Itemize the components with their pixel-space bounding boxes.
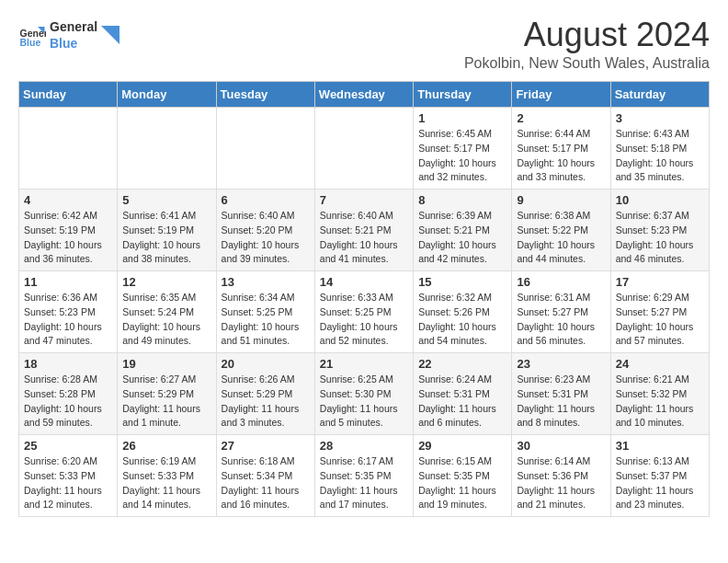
page-header: General Blue General Blue August 2024 Po…	[18, 18, 710, 72]
day-info: Sunrise: 6:31 AM Sunset: 5:27 PM Dayligh…	[517, 291, 605, 349]
day-number: 4	[24, 193, 112, 207]
day-info: Sunrise: 6:13 AM Sunset: 5:37 PM Dayligh…	[616, 454, 704, 512]
calendar-cell: 3Sunrise: 6:43 AM Sunset: 5:18 PM Daylig…	[610, 108, 709, 190]
calendar-cell: 28Sunrise: 6:17 AM Sunset: 5:35 PM Dayli…	[314, 435, 413, 517]
calendar-cell: 20Sunrise: 6:26 AM Sunset: 5:29 PM Dayli…	[216, 353, 314, 435]
calendar-cell: 12Sunrise: 6:35 AM Sunset: 5:24 PM Dayli…	[118, 271, 216, 353]
day-number: 19	[122, 357, 210, 371]
calendar-header: SundayMondayTuesdayWednesdayThursdayFrid…	[19, 82, 710, 108]
day-number: 17	[616, 275, 704, 289]
day-number: 12	[122, 275, 210, 289]
calendar-cell: 10Sunrise: 6:37 AM Sunset: 5:23 PM Dayli…	[610, 190, 709, 271]
day-number: 18	[24, 357, 112, 371]
calendar-cell: 27Sunrise: 6:18 AM Sunset: 5:34 PM Dayli…	[216, 435, 314, 517]
calendar-cell: 17Sunrise: 6:29 AM Sunset: 5:27 PM Dayli…	[610, 271, 709, 353]
calendar-cell: 22Sunrise: 6:24 AM Sunset: 5:31 PM Dayli…	[414, 353, 512, 435]
day-number: 9	[517, 193, 605, 207]
day-info: Sunrise: 6:37 AM Sunset: 5:23 PM Dayligh…	[616, 209, 704, 267]
day-number: 13	[222, 275, 310, 289]
calendar-cell	[216, 108, 314, 190]
calendar-cell: 6Sunrise: 6:40 AM Sunset: 5:20 PM Daylig…	[216, 190, 314, 271]
day-info: Sunrise: 6:32 AM Sunset: 5:26 PM Dayligh…	[418, 291, 506, 349]
calendar-week-2: 4Sunrise: 6:42 AM Sunset: 5:19 PM Daylig…	[19, 190, 710, 271]
day-info: Sunrise: 6:29 AM Sunset: 5:27 PM Dayligh…	[616, 291, 704, 349]
day-info: Sunrise: 6:42 AM Sunset: 5:19 PM Dayligh…	[24, 209, 112, 267]
day-info: Sunrise: 6:27 AM Sunset: 5:29 PM Dayligh…	[122, 373, 210, 431]
calendar-cell: 4Sunrise: 6:42 AM Sunset: 5:19 PM Daylig…	[19, 190, 118, 271]
title-block: August 2024 Pokolbin, New South Wales, A…	[464, 18, 710, 72]
calendar-cell: 24Sunrise: 6:21 AM Sunset: 5:32 PM Dayli…	[610, 353, 709, 435]
calendar-cell: 30Sunrise: 6:14 AM Sunset: 5:36 PM Dayli…	[512, 435, 610, 517]
day-number: 1	[418, 111, 506, 125]
day-header-thursday: Thursday	[414, 82, 512, 108]
day-info: Sunrise: 6:38 AM Sunset: 5:22 PM Dayligh…	[517, 209, 605, 267]
calendar-cell: 23Sunrise: 6:23 AM Sunset: 5:31 PM Dayli…	[512, 353, 610, 435]
day-header-friday: Friday	[512, 82, 610, 108]
day-info: Sunrise: 6:43 AM Sunset: 5:18 PM Dayligh…	[616, 127, 704, 185]
calendar-week-1: 1Sunrise: 6:45 AM Sunset: 5:17 PM Daylig…	[19, 108, 710, 190]
svg-marker-3	[101, 26, 119, 44]
day-number: 26	[122, 439, 210, 453]
calendar-cell	[19, 108, 118, 190]
calendar-cell: 19Sunrise: 6:27 AM Sunset: 5:29 PM Dayli…	[118, 353, 216, 435]
calendar-cell: 9Sunrise: 6:38 AM Sunset: 5:22 PM Daylig…	[512, 190, 610, 271]
day-number: 31	[616, 439, 704, 453]
calendar-week-3: 11Sunrise: 6:36 AM Sunset: 5:23 PM Dayli…	[19, 271, 710, 353]
day-header-monday: Monday	[118, 82, 216, 108]
calendar-cell: 2Sunrise: 6:44 AM Sunset: 5:17 PM Daylig…	[512, 108, 610, 190]
day-info: Sunrise: 6:33 AM Sunset: 5:25 PM Dayligh…	[320, 291, 408, 349]
day-info: Sunrise: 6:36 AM Sunset: 5:23 PM Dayligh…	[24, 291, 112, 349]
calendar-week-5: 25Sunrise: 6:20 AM Sunset: 5:33 PM Dayli…	[19, 435, 710, 517]
calendar-cell: 5Sunrise: 6:41 AM Sunset: 5:19 PM Daylig…	[118, 190, 216, 271]
day-number: 30	[517, 439, 605, 453]
day-number: 21	[320, 357, 408, 371]
day-info: Sunrise: 6:18 AM Sunset: 5:34 PM Dayligh…	[222, 454, 310, 512]
day-info: Sunrise: 6:23 AM Sunset: 5:31 PM Dayligh…	[517, 373, 605, 431]
day-number: 25	[24, 439, 112, 453]
calendar-body: 1Sunrise: 6:45 AM Sunset: 5:17 PM Daylig…	[19, 108, 710, 517]
day-number: 7	[320, 193, 408, 207]
day-info: Sunrise: 6:19 AM Sunset: 5:33 PM Dayligh…	[122, 454, 210, 512]
day-header-saturday: Saturday	[610, 82, 709, 108]
calendar-cell: 25Sunrise: 6:20 AM Sunset: 5:33 PM Dayli…	[19, 435, 118, 517]
day-header-tuesday: Tuesday	[216, 82, 314, 108]
calendar-cell	[118, 108, 216, 190]
day-info: Sunrise: 6:20 AM Sunset: 5:33 PM Dayligh…	[24, 454, 112, 512]
day-number: 10	[616, 193, 704, 207]
day-info: Sunrise: 6:14 AM Sunset: 5:36 PM Dayligh…	[517, 454, 605, 512]
day-number: 15	[418, 275, 506, 289]
logo-arrow-icon	[101, 26, 119, 44]
day-info: Sunrise: 6:15 AM Sunset: 5:35 PM Dayligh…	[418, 454, 506, 512]
day-info: Sunrise: 6:34 AM Sunset: 5:25 PM Dayligh…	[222, 291, 310, 349]
calendar-cell: 7Sunrise: 6:40 AM Sunset: 5:21 PM Daylig…	[314, 190, 413, 271]
day-info: Sunrise: 6:21 AM Sunset: 5:32 PM Dayligh…	[616, 373, 704, 431]
day-info: Sunrise: 6:45 AM Sunset: 5:17 PM Dayligh…	[418, 127, 506, 185]
logo-text-general: General	[50, 18, 97, 35]
day-info: Sunrise: 6:44 AM Sunset: 5:17 PM Dayligh…	[517, 127, 605, 185]
day-info: Sunrise: 6:25 AM Sunset: 5:30 PM Dayligh…	[320, 373, 408, 431]
day-number: 2	[517, 111, 605, 125]
day-info: Sunrise: 6:17 AM Sunset: 5:35 PM Dayligh…	[320, 454, 408, 512]
calendar-cell: 29Sunrise: 6:15 AM Sunset: 5:35 PM Dayli…	[414, 435, 512, 517]
day-number: 23	[517, 357, 605, 371]
day-number: 27	[222, 439, 310, 453]
calendar-cell: 26Sunrise: 6:19 AM Sunset: 5:33 PM Dayli…	[118, 435, 216, 517]
day-number: 24	[616, 357, 704, 371]
calendar-cell: 18Sunrise: 6:28 AM Sunset: 5:28 PM Dayli…	[19, 353, 118, 435]
day-info: Sunrise: 6:35 AM Sunset: 5:24 PM Dayligh…	[122, 291, 210, 349]
day-number: 14	[320, 275, 408, 289]
day-info: Sunrise: 6:24 AM Sunset: 5:31 PM Dayligh…	[418, 373, 506, 431]
logo: General Blue General Blue	[18, 18, 119, 52]
day-info: Sunrise: 6:26 AM Sunset: 5:29 PM Dayligh…	[222, 373, 310, 431]
day-number: 29	[418, 439, 506, 453]
day-info: Sunrise: 6:40 AM Sunset: 5:21 PM Dayligh…	[320, 209, 408, 267]
calendar-cell: 21Sunrise: 6:25 AM Sunset: 5:30 PM Dayli…	[314, 353, 413, 435]
page-title: August 2024	[464, 18, 710, 52]
day-number: 20	[222, 357, 310, 371]
day-info: Sunrise: 6:41 AM Sunset: 5:19 PM Dayligh…	[122, 209, 210, 267]
calendar-cell: 8Sunrise: 6:39 AM Sunset: 5:21 PM Daylig…	[414, 190, 512, 271]
day-number: 28	[320, 439, 408, 453]
day-info: Sunrise: 6:40 AM Sunset: 5:20 PM Dayligh…	[222, 209, 310, 267]
svg-text:Blue: Blue	[20, 37, 41, 48]
calendar-table: SundayMondayTuesdayWednesdayThursdayFrid…	[18, 81, 710, 517]
